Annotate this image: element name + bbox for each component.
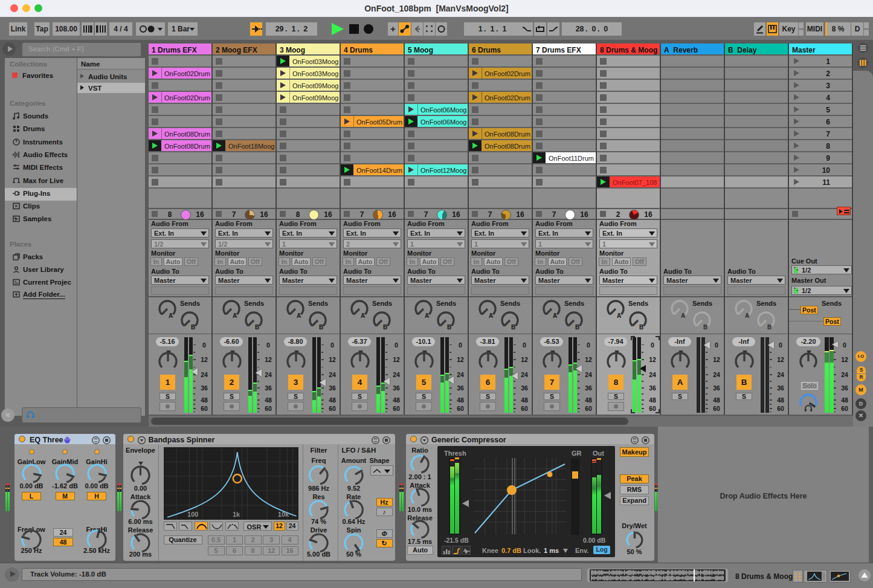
svg-text:10k: 10k (277, 511, 289, 518)
svg-text:100: 100 (187, 511, 198, 518)
svg-text:1k: 1k (232, 511, 240, 518)
